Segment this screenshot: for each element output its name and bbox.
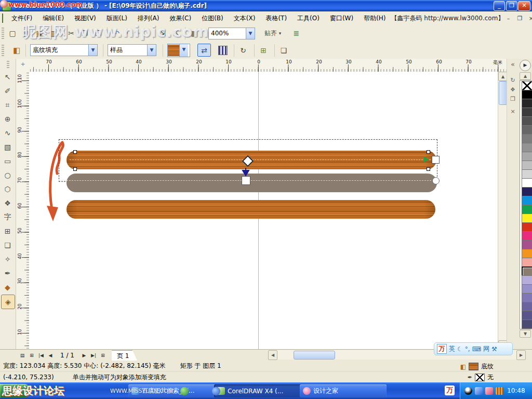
swatch[interactable] <box>522 161 532 170</box>
snap-to-button[interactable]: 贴齐 ▾ <box>261 27 284 40</box>
tiling-icon[interactable]: ⊞ <box>257 44 270 57</box>
menu-file[interactable]: 文件(F) <box>6 12 37 25</box>
horizontal-ruler[interactable]: 70 60 50 40 30 20 10 0 10 20 30 40 50 60… <box>29 59 507 72</box>
palette-scroll-down-icon[interactable]: ▼ <box>520 330 531 338</box>
page-tab[interactable]: 页 1 <box>112 350 137 361</box>
utility-tray-icon[interactable] <box>485 387 493 395</box>
polygon-tool[interactable]: ⬡ <box>1 182 14 196</box>
interactive-fill-tool[interactable]: ◈ <box>1 295 15 309</box>
swatch-no-fill[interactable] <box>522 81 532 90</box>
fill-dialog-icon[interactable]: ◧ <box>10 44 23 57</box>
swatch[interactable] <box>522 293 532 302</box>
vertical-scroll-thumb[interactable] <box>499 81 507 105</box>
text-tool[interactable]: 字 <box>1 210 14 224</box>
collapse-dockers-icon[interactable]: « <box>508 60 517 68</box>
swatch[interactable] <box>522 258 532 267</box>
copy-icon[interactable]: ❐ <box>78 27 91 40</box>
options-icon[interactable]: ≣ <box>289 27 303 40</box>
application-launcher-icon[interactable]: ▦ <box>188 27 201 40</box>
open-icon[interactable]: ▤ <box>19 27 33 40</box>
copy-fill-properties-icon[interactable]: ❏ <box>277 44 290 57</box>
doc-restore-button[interactable]: ❐ <box>515 15 524 22</box>
gray-bar-end-handle[interactable] <box>432 177 440 184</box>
taskbar-task-coreldraw[interactable]: CorelDRAW X4 (... <box>214 384 303 397</box>
menu-text[interactable]: 文本(X) <box>229 12 261 25</box>
scroll-left-icon[interactable]: ◀ <box>268 350 277 360</box>
docker-transform-icon[interactable]: ↻ <box>508 77 517 84</box>
crop-tool[interactable]: ⌗ <box>1 98 14 112</box>
last-page-icon[interactable]: ▶| <box>89 351 98 360</box>
start-button[interactable] <box>0 384 30 398</box>
texture-library-combo[interactable]: 样品 ▼ <box>108 44 156 56</box>
print-icon[interactable]: ▥ <box>46 27 60 40</box>
qq-tray-icon[interactable] <box>464 387 472 395</box>
swatch[interactable] <box>522 152 532 161</box>
ime-web-icon[interactable]: 网 <box>483 344 489 353</box>
import-icon[interactable]: ⇲ <box>156 27 169 40</box>
edit-fill-icon[interactable]: ⇄ <box>197 44 211 57</box>
palette-flyout-icon[interactable]: ▶ <box>520 60 531 71</box>
outline-pen-tool[interactable]: ✒ <box>1 267 14 280</box>
menu-window[interactable]: 窗口(W) <box>325 12 358 25</box>
swatch[interactable] <box>522 99 532 108</box>
fill-indicator-swatch[interactable] <box>469 363 478 370</box>
freehand-tool[interactable]: ∿ <box>1 126 14 140</box>
wood-bar-bottom[interactable] <box>66 200 435 219</box>
paste-icon[interactable]: ❒ <box>91 27 105 40</box>
swatch[interactable] <box>522 108 532 117</box>
outline-indicator-swatch[interactable] <box>475 374 485 381</box>
doc-minimize-button[interactable]: – <box>504 15 512 22</box>
node-handle-bottom-right[interactable] <box>427 167 430 171</box>
interactive-blend-tool[interactable]: ❏ <box>1 238 14 252</box>
swatch[interactable] <box>522 240 532 249</box>
new-icon[interactable]: ▢ <box>6 27 19 40</box>
rotate-fill-icon[interactable]: ↻ <box>236 44 250 57</box>
ruler-origin[interactable]: + <box>16 59 30 72</box>
vertical-scrollbar[interactable]: ▲ ▼ <box>498 72 507 349</box>
add-page-after-icon[interactable]: ⊞ <box>98 351 108 360</box>
cut-icon[interactable]: ✂ <box>64 27 78 40</box>
vertical-ruler[interactable]: 110 100 90 80 70 60 50 40 30 20 10 <box>16 72 30 349</box>
fill-type-value[interactable]: 底纹填充 <box>31 46 88 55</box>
scroll-right-icon[interactable]: ▶ <box>516 350 526 360</box>
docker-pages-icon[interactable]: ❐ <box>508 96 517 102</box>
zoom-level-combo[interactable]: 400% ▼ <box>208 28 255 39</box>
node-handle-bottom-left[interactable] <box>73 167 77 171</box>
swatch[interactable] <box>522 284 532 294</box>
swatch[interactable] <box>522 320 532 329</box>
add-page-before-icon[interactable]: ⊞ <box>27 351 36 360</box>
next-page-icon[interactable]: ▶ <box>79 351 89 360</box>
ime-tools-icon[interactable]: ⚒ <box>491 345 497 353</box>
node-handle-top-right[interactable] <box>427 150 430 154</box>
toolbox-grip[interactable] <box>7 61 9 68</box>
shape-tool[interactable]: ✐ <box>1 84 14 98</box>
rectangle-tool[interactable]: ▭ <box>1 154 14 168</box>
docker-shaping-icon[interactable]: ❖ <box>508 86 517 93</box>
menu-table[interactable]: 表格(T) <box>260 12 292 25</box>
undo-icon[interactable]: ↶ <box>110 27 123 40</box>
messenger-tray-icon[interactable] <box>475 387 483 395</box>
texture-swatch-combo[interactable]: ▼ <box>167 44 190 57</box>
ime-tray-icon[interactable]: 万 <box>445 385 455 395</box>
swatch[interactable] <box>522 178 532 188</box>
fill-type-dropdown-icon[interactable]: ▼ <box>88 45 97 56</box>
menu-tools[interactable]: 工具(O) <box>292 12 325 25</box>
pick-tool[interactable]: ↖ <box>1 70 14 84</box>
swatch[interactable] <box>522 231 532 241</box>
menu-edit[interactable]: 编辑(E) <box>37 12 69 25</box>
swatch[interactable] <box>522 302 532 311</box>
menu-effects[interactable]: 效果(C) <box>164 12 196 25</box>
gray-bar-middle[interactable] <box>66 174 437 192</box>
swatch[interactable] <box>522 143 532 152</box>
property-bar-grip[interactable] <box>2 45 4 56</box>
redo-dropdown-icon[interactable]: ▾ <box>144 27 151 40</box>
fill-type-combo[interactable]: 底纹填充 ▼ <box>30 44 98 56</box>
zoom-level-value[interactable]: 400% <box>209 30 246 37</box>
fill-start-handle[interactable] <box>242 176 250 185</box>
fountain-steps-icon[interactable] <box>216 44 230 57</box>
previous-page-icon[interactable]: ◀ <box>46 351 55 360</box>
docker-close-icon[interactable]: × <box>508 108 517 115</box>
palette-scroll-up-icon[interactable]: ▲ <box>520 72 531 80</box>
menu-bitmaps[interactable]: 位图(B) <box>196 12 229 25</box>
restore-button[interactable]: ❐ <box>506 1 517 11</box>
